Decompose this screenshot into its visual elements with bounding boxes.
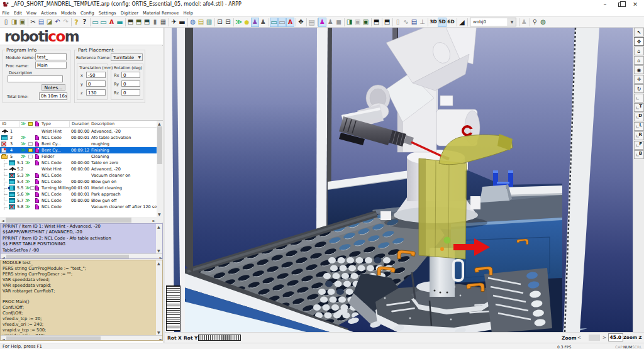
save-icon[interactable]: ▣ xyxy=(18,18,26,27)
teal-button-icon[interactable]: ▬ xyxy=(116,18,124,27)
door-in-icon[interactable]: ⊡ xyxy=(216,18,224,27)
mill-x-icon[interactable]: ⬒ xyxy=(383,18,391,27)
zoom-slider-thumb[interactable] xyxy=(589,335,600,341)
tree-col-id[interactable]: ID xyxy=(2,121,6,126)
column-separator[interactable] xyxy=(89,121,89,127)
paste-icon[interactable]: ◪ xyxy=(45,18,53,27)
panel-icon[interactable]: ▤ xyxy=(308,18,316,27)
robot-magenta-icon[interactable]: ♟ xyxy=(318,18,326,27)
reference-frame-combo[interactable]: TurnTable▼ xyxy=(111,53,143,61)
capsule-outline-icon[interactable]: ▭ xyxy=(91,18,99,27)
close-button[interactable]: ✕ xyxy=(628,0,643,9)
tree-row-4[interactable]: 4Bent Cy...00:09:12Finishing xyxy=(0,147,157,153)
wave-icon[interactable]: ∿ xyxy=(402,18,410,27)
zoom-window-button[interactable]: ◉ xyxy=(634,65,644,74)
zoom-left-arrow[interactable]: < xyxy=(577,335,581,340)
tree-row-5.5[interactable]: 5.5Turning Milling00:01:01Model cleaning xyxy=(0,185,157,191)
zoom-out-home-button[interactable]: ⌂ xyxy=(634,56,644,65)
table-yellow-icon[interactable]: ▤ xyxy=(197,18,205,27)
tree-row-5.1[interactable]: 5.1NCL Code00:00:00Table on zero xyxy=(0,160,157,166)
capsule2-sel-icon[interactable]: ▭ xyxy=(278,18,286,27)
tree-horizontal-scrollbar[interactable]: ◄ ► xyxy=(0,217,157,223)
column-separator[interactable] xyxy=(69,121,70,127)
grid-box-icon[interactable]: ▦ xyxy=(159,18,167,27)
code-output[interactable]: MODULE test_PERS string CurrProgModule :… xyxy=(0,260,163,341)
tree-row-5.4[interactable]: 5.4NCL Code00:00:00Blow gun on xyxy=(0,179,157,185)
letter-a-icon[interactable]: A xyxy=(108,18,116,27)
minimize-button[interactable]: – xyxy=(597,0,613,9)
open-green-icon[interactable]: ◨ xyxy=(345,18,353,27)
axis-icon[interactable]: ⊥ xyxy=(418,18,426,27)
cut-icon[interactable]: ✂ xyxy=(29,18,37,27)
tree-col-duration[interactable]: Duration xyxy=(72,121,89,126)
tree-row-5[interactable]: 5FolderCleaning xyxy=(0,153,157,160)
tree-row-5.8[interactable]: 5.8NCL CodeVacuum cleaner off after 120 … xyxy=(0,204,157,210)
zoom-right-arrow[interactable]: > xyxy=(602,335,606,340)
wrist-black-icon[interactable]: ✈ xyxy=(170,18,178,27)
pause-yellow-icon[interactable]: ● xyxy=(243,18,251,27)
redo-icon[interactable]: ↷ xyxy=(62,18,70,27)
tree-row-1[interactable]: 1Wrist Hint00:00:00Advanced, -20 xyxy=(0,128,157,135)
pan-hand-button[interactable]: ✥ xyxy=(634,37,644,46)
ry-input[interactable]: 0 xyxy=(121,80,140,87)
wobj-combo[interactable]: wobj0▼ xyxy=(470,18,516,26)
select-cursor-button[interactable]: ↖ xyxy=(634,28,644,36)
pattern-icon[interactable]: ✥ xyxy=(297,18,305,27)
notes-button[interactable]: Notes... xyxy=(42,84,65,91)
rz-input[interactable]: 0 xyxy=(121,89,140,96)
roty-slider[interactable] xyxy=(198,335,241,341)
machine-list-icon[interactable]: ⬒ xyxy=(143,18,151,27)
view-down-button[interactable]: ∟D xyxy=(634,113,644,121)
help-icon[interactable]: ? xyxy=(72,18,80,27)
save-gray-icon[interactable]: ▣ xyxy=(353,18,362,27)
globe-icon[interactable]: ◍ xyxy=(539,18,547,27)
view-6d-button[interactable]: 6D xyxy=(447,18,455,27)
column-separator[interactable] xyxy=(40,121,40,127)
console-output[interactable]: PPRINT / Item ID 1: Wrist Hint - Advance… xyxy=(0,223,163,259)
letter-a-sel-icon[interactable]: A xyxy=(286,18,294,27)
globe-gear-icon[interactable]: ◍ xyxy=(189,18,197,27)
rx-input[interactable]: 0 xyxy=(121,72,140,78)
capsule-sel-icon[interactable]: ▭ xyxy=(270,18,278,27)
menu-config[interactable]: Config xyxy=(78,11,96,16)
tree-vertical-scrollbar[interactable]: ▲ ▼ xyxy=(157,121,163,223)
menu-digitizer[interactable]: Digitizer xyxy=(118,11,140,16)
open-file-icon[interactable]: ◨ xyxy=(10,18,18,27)
view-5d-button[interactable]: 5D xyxy=(438,18,447,27)
save-green-icon[interactable]: ▣ xyxy=(362,18,370,27)
y-input[interactable]: 0 xyxy=(86,80,106,87)
zoom-value-input[interactable]: 45.0 xyxy=(608,333,623,341)
new-file-icon[interactable]: ▯ xyxy=(2,18,10,27)
menu-help[interactable]: Help xyxy=(181,11,196,16)
view-back-button[interactable]: ∟B xyxy=(634,150,644,159)
tree-row-5.2[interactable]: 5.2Wrist Hint00:00:00Advanced, -20 xyxy=(0,166,157,172)
bed-icon[interactable]: ▬ xyxy=(178,18,186,27)
square-gray-icon[interactable]: ■ xyxy=(335,18,343,27)
tree-row-5.6[interactable]: 5.6NCL Code00:00:01Park approach xyxy=(0,191,157,197)
capsule-v-icon[interactable]: ▯ xyxy=(394,18,402,27)
tree-row-5.7[interactable]: 5.7NCL Code00:00:00Blow gun off xyxy=(0,197,157,204)
code-vertical-scrollbar[interactable]: ▲ ▼ xyxy=(156,260,162,335)
menu-material-remove[interactable]: Material Remove xyxy=(141,11,181,16)
mill-black-icon[interactable]: ⬒ xyxy=(372,18,380,27)
menu-file[interactable]: File xyxy=(0,11,11,16)
viewport-vertical-slider[interactable] xyxy=(166,285,180,331)
capsule-icon[interactable]: ▭ xyxy=(99,18,108,27)
menu-settings[interactable]: Settings xyxy=(96,11,118,16)
copy-icon[interactable]: ▤ xyxy=(37,18,45,27)
x-input[interactable]: -50 xyxy=(86,72,106,78)
console-vertical-scrollbar[interactable]: ▲ ▼ xyxy=(156,224,162,253)
menu-view[interactable]: View xyxy=(25,11,39,16)
capsule-gray-icon[interactable]: ▮ xyxy=(151,18,159,27)
code-horizontal-scrollbar[interactable]: ◄ ► xyxy=(1,335,163,341)
column-separator[interactable] xyxy=(19,121,19,127)
console-horizontal-scrollbar[interactable]: ◄ ► xyxy=(1,253,163,259)
context-help-icon[interactable]: ? xyxy=(80,18,89,27)
run-green-icon[interactable]: ≫ xyxy=(235,18,243,27)
machine-config-icon[interactable]: ⬒ xyxy=(135,18,143,27)
robot-gray-icon[interactable]: ♟ xyxy=(326,18,335,27)
viewport-3d[interactable] xyxy=(165,28,633,332)
module-name-input[interactable]: test_ xyxy=(35,53,67,60)
view-left-button[interactable]: ∟L xyxy=(634,122,644,131)
maximize-button[interactable] xyxy=(613,0,628,9)
